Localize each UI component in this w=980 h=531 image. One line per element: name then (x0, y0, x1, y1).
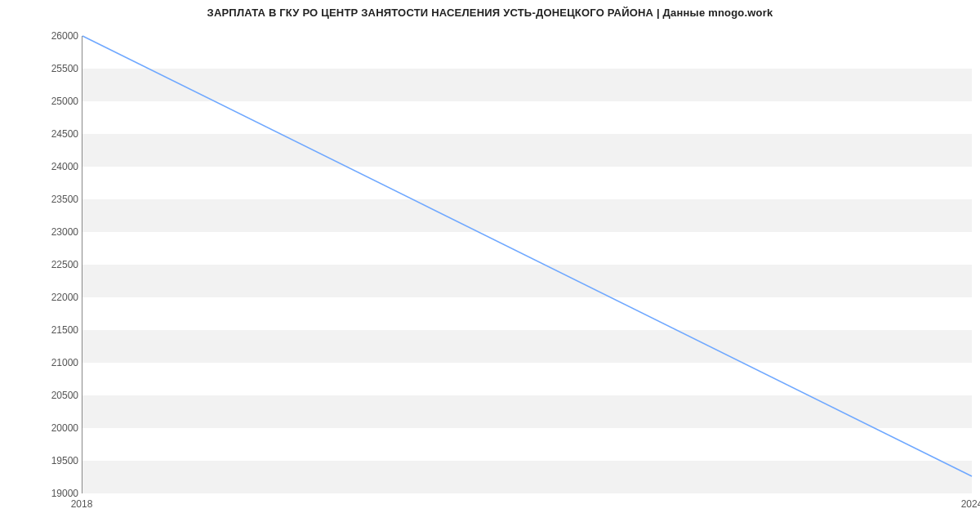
chart-title: ЗАРПЛАТА В ГКУ РО ЦЕНТР ЗАНЯТОСТИ НАСЕЛЕ… (0, 7, 980, 19)
y-tick-label: 25000 (29, 96, 78, 107)
line-series (82, 36, 972, 493)
y-tick-label: 24500 (29, 128, 78, 140)
y-tick-label: 22500 (29, 259, 78, 270)
y-tick-label: 25500 (29, 63, 78, 74)
y-tick-label: 20500 (29, 390, 78, 401)
y-tick-label: 20000 (29, 422, 78, 434)
chart-container: ЗАРПЛАТА В ГКУ РО ЦЕНТР ЗАНЯТОСТИ НАСЕЛЕ… (0, 0, 980, 531)
x-tick-label: 2024 (961, 498, 980, 510)
y-tick-label: 21500 (29, 324, 78, 336)
series-line (82, 36, 972, 476)
y-tick-label: 21000 (29, 357, 78, 368)
y-tick-label: 26000 (29, 30, 78, 42)
y-tick-label: 22000 (29, 292, 78, 303)
x-tick-label: 2018 (71, 498, 93, 510)
plot-area (82, 36, 972, 493)
y-tick-label: 23500 (29, 194, 78, 205)
y-tick-label: 24000 (29, 161, 78, 172)
y-tick-label: 23000 (29, 226, 78, 238)
y-tick-label: 19000 (29, 488, 78, 499)
y-tick-label: 19500 (29, 455, 78, 466)
